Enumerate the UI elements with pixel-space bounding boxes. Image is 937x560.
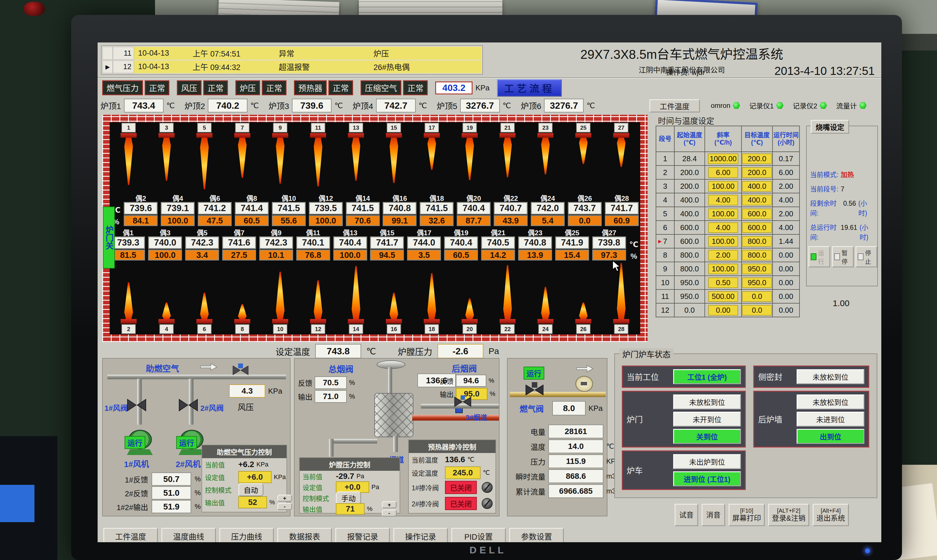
target-value[interactable]: 200.0: [742, 167, 772, 178]
mode-label: 当前模式:: [810, 169, 838, 179]
sound-button[interactable]: [F10]屏幕打印: [729, 504, 765, 526]
set-value[interactable]: +6.0: [238, 471, 271, 483]
schedule-target-cell: 950.0: [741, 276, 772, 289]
nav-button[interactable]: 温度曲线: [161, 528, 216, 542]
slope-value[interactable]: 100.00: [708, 264, 738, 274]
target-value[interactable]: 950.0: [742, 264, 772, 274]
schedule-row[interactable]: 8800.02.00800.00.00: [656, 248, 800, 262]
schedule-row[interactable]: 120.00.000.00.00: [656, 303, 800, 317]
chamber-press-label: 炉膛压力: [398, 345, 432, 357]
schedule-row[interactable]: 3200.0100.00400.02.00: [656, 179, 800, 193]
thermocouple-temp: 742.3: [185, 236, 219, 249]
target-value[interactable]: 800.0: [742, 250, 772, 260]
burner-stop-button[interactable]: 停止: [855, 246, 877, 268]
thermocouple-percent: 81.5: [111, 249, 145, 260]
nav-button[interactable]: PID设置: [451, 528, 506, 542]
slope-value[interactable]: 0.00: [708, 305, 738, 315]
sound-button[interactable]: 试音: [675, 504, 698, 526]
burner-number: 18: [425, 324, 439, 334]
nav-button[interactable]: 压力曲线: [219, 528, 274, 542]
burner-pause-button[interactable]: 暂停: [832, 246, 854, 268]
nav-button[interactable]: 报警记录: [335, 528, 390, 542]
schedule-row[interactable]: ►7600.0100.00800.01.44: [656, 234, 800, 248]
schedule-row[interactable]: 5400.0100.00600.02.00: [656, 207, 800, 221]
slope-value[interactable]: 1000.00: [708, 154, 738, 164]
target-value[interactable]: 400.0: [742, 195, 772, 205]
out-label: 输出值: [302, 504, 334, 514]
burner-number: 7: [235, 123, 250, 132]
slope-value[interactable]: 4.00: [708, 222, 738, 233]
target-value[interactable]: 200.0: [742, 154, 772, 164]
schedule-row[interactable]: 10950.00.50950.00.00: [656, 276, 800, 289]
decrease-button[interactable]: -: [277, 503, 292, 510]
target-value[interactable]: 950.0: [742, 277, 772, 288]
mode-button[interactable]: 自动: [238, 483, 264, 496]
feedback-label: 1#2#输出: [105, 502, 148, 512]
sound-button[interactable]: [ALT+F2]登录&注销: [768, 504, 809, 526]
set-label: 设定值: [302, 482, 334, 492]
alarm-row[interactable]: 1110-04-13上午 07:54:51异常炉压: [102, 47, 481, 60]
thermocouple: 偶2739.684.1: [122, 193, 159, 228]
target-value[interactable]: 600.0: [742, 209, 772, 219]
setpoint-temp-unit: ℃: [366, 346, 376, 356]
checkbox-icon: [811, 253, 817, 260]
output-unit: %: [490, 390, 495, 398]
slope-value[interactable]: 2.00: [708, 250, 738, 260]
set-value[interactable]: 245.0: [445, 466, 481, 479]
burner-number: 24: [538, 324, 553, 334]
roof-temp-value: 739.6: [292, 99, 331, 112]
schedule-row[interactable]: 4400.04.00400.04.00: [656, 193, 800, 207]
target-value[interactable]: 0.0: [742, 305, 772, 315]
total-unit: (小时): [860, 222, 874, 242]
increase-button[interactable]: +: [382, 501, 397, 508]
flow-meter-icon: [575, 376, 593, 392]
increase-button[interactable]: +: [277, 495, 292, 502]
thermocouple-row-odd: 偶1739.381.5偶3740.0100.0偶5742.33.4偶7741.6…: [109, 228, 640, 262]
workpiece-temp-button[interactable]: 工件温度: [649, 99, 700, 112]
feedback-label: 2#反馈: [105, 488, 148, 498]
thermocouple-label: 偶8: [246, 193, 257, 202]
thermocouple-temp: 740.1: [296, 236, 330, 249]
valve-knob-icon[interactable]: [482, 482, 493, 493]
alarm-row-body: 10-04-13上午 09:44:32超温报警26#热电偶: [134, 60, 481, 74]
burner-run-button[interactable]: 运行: [808, 246, 830, 268]
schedule-row[interactable]: 6600.04.00600.04.00: [656, 221, 800, 234]
slope-value[interactable]: 4.00: [708, 195, 738, 205]
nav-button[interactable]: 工件温度: [103, 528, 158, 542]
schedule-row[interactable]: 128.41000.00200.00.17: [656, 152, 800, 166]
schedule-row[interactable]: 9800.0100.00950.00.00: [656, 262, 800, 276]
burner-top: 21: [489, 122, 527, 193]
schedule-row[interactable]: 11950.0500.000.00.00: [656, 289, 800, 303]
alarm-row-number: 12: [113, 60, 134, 74]
target-value[interactable]: 0.0: [742, 291, 772, 302]
slope-value[interactable]: 500.00: [708, 291, 738, 302]
cur-unit: Pa: [356, 472, 364, 480]
mode-button[interactable]: 手动: [336, 491, 361, 505]
nav-button[interactable]: 操作记录: [393, 528, 448, 542]
sound-button[interactable]: 消音: [701, 504, 725, 526]
valve-knob-icon[interactable]: [482, 498, 493, 509]
set-value[interactable]: +0.0: [336, 482, 369, 493]
process-flow-button[interactable]: 工艺流程: [497, 79, 562, 97]
burner-nozzle-icon: [196, 319, 213, 324]
slope-value[interactable]: 100.00: [708, 209, 738, 219]
slope-value[interactable]: 100.00: [708, 236, 738, 247]
burner-nozzle-icon: [538, 319, 553, 324]
schedule-start-cell: 400.0: [674, 207, 705, 221]
thermocouple-label: 偶24: [541, 193, 555, 202]
slope-value[interactable]: 0.50: [708, 277, 738, 288]
target-value[interactable]: 800.0: [742, 236, 772, 247]
decrease-button[interactable]: -: [382, 509, 397, 517]
nav-button[interactable]: 数据报表: [277, 528, 332, 542]
nav-button[interactable]: 参数设置: [509, 528, 564, 542]
burner-settings-button[interactable]: 烧嘴设定: [811, 120, 849, 134]
thermocouple-label: 偶25: [565, 228, 579, 236]
alarm-row[interactable]: ▶1210-04-13上午 09:44:32超温报警26#热电偶: [102, 60, 481, 74]
slope-value[interactable]: 100.00: [708, 181, 738, 192]
target-value[interactable]: 600.0: [742, 222, 772, 233]
schedule-row[interactable]: 2200.06.00200.06.00: [656, 166, 800, 179]
sound-button[interactable]: [Alt+F4]退出系统: [813, 504, 849, 526]
slope-value[interactable]: 6.00: [708, 167, 738, 178]
flame-icon: [238, 138, 247, 178]
target-value[interactable]: 400.0: [742, 181, 772, 192]
